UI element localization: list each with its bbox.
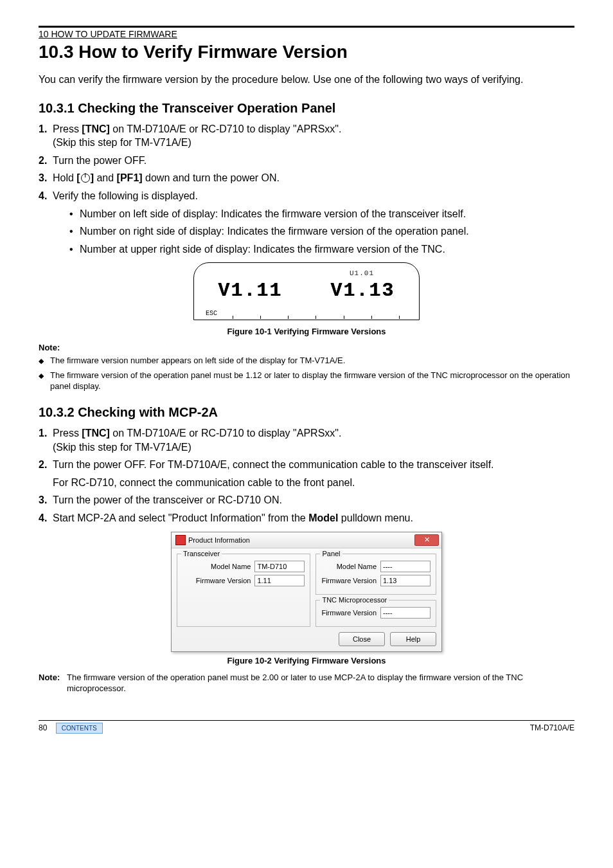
- dialog-app-icon: [175, 535, 186, 545]
- dialog-help-btn[interactable]: Help: [390, 632, 436, 646]
- step-1-text-d: (Skip this step for TM-V71A/E): [53, 137, 191, 148]
- tx-model-label: Model Name: [211, 563, 251, 570]
- s2-step-3: Turn the power of the transceiver or RC-…: [39, 493, 574, 507]
- step-4-text: Verify the following is displayed.: [53, 190, 198, 201]
- dialog-close-btn[interactable]: Close: [339, 632, 385, 646]
- lcd-figure: U1.01 V1.11 V1.13 ESC: [193, 262, 420, 320]
- panel-model-label: Model Name: [337, 563, 377, 570]
- main-heading: 10.3 How to Verify Firmware Version: [39, 42, 574, 62]
- subheading-10-3-1: 10.3.1 Checking the Transceiver Operatio…: [39, 101, 574, 116]
- lcd-ticks: [233, 316, 400, 320]
- step-1-tnc-key: [TNC]: [82, 123, 110, 134]
- intro-paragraph: You can verify the firmware version by t…: [39, 73, 574, 87]
- note-text-2: The firmware version of the operation pa…: [67, 672, 574, 694]
- panel-fieldset: Panel Model Name ---- Firmware Version 1…: [315, 554, 436, 595]
- power-icon: [81, 174, 90, 183]
- s2-step-2: Turn the power OFF. For TM-D710A/E, conn…: [39, 458, 574, 489]
- figure-10-2-caption: Figure 10-2 Verifying Firmware Versions: [39, 656, 574, 665]
- note-label-2: Note:: [39, 672, 67, 694]
- s2-step-1-c: on TM-D710A/E or RC-D710 to display "APR…: [110, 428, 342, 439]
- s2-step-4-model: Model: [308, 512, 338, 523]
- note-line-2: Note: The firmware version of the operat…: [39, 672, 574, 694]
- s2-step-2-a: Turn the power OFF. For TM-D710A/E, conn…: [53, 459, 494, 470]
- panel-fw-value: 1.13: [380, 575, 431, 586]
- step-3-text-a: Hold: [53, 172, 76, 183]
- s2-step-4-a: Start MCP-2A and select "Product Informa…: [53, 512, 308, 523]
- lcd-left-version: V1.11: [218, 280, 282, 302]
- step-1-text-a: Press: [53, 123, 82, 134]
- tnc-fieldset: TNC Microprocessor Firmware Version ----: [315, 600, 436, 627]
- page-footer: 80 CONTENTS TM-D710A/E: [39, 720, 574, 732]
- tx-model-value: TM-D710: [254, 561, 305, 572]
- s2-step-1: Press [TNC] on TM-D710A/E or RC-D710 to …: [39, 426, 574, 454]
- bullet-right: Number on right side of display: Indicat…: [69, 224, 574, 239]
- footer-model: TM-D710A/E: [530, 723, 574, 732]
- tx-fw-label: Firmware Version: [196, 577, 251, 584]
- page-number: 80: [39, 723, 47, 732]
- lcd-esc-label: ESC: [206, 310, 217, 317]
- step-4-bullets: Number on left side of display: Indicate…: [69, 207, 574, 257]
- bullet-left: Number on left side of display: Indicate…: [69, 207, 574, 221]
- dialog-close-button[interactable]: ✕: [414, 534, 439, 546]
- note-1-item-1: The firmware version number appears on l…: [39, 355, 574, 366]
- figure-10-1-caption: Figure 10-1 Verifying Firmware Versions: [39, 327, 574, 336]
- panel-fw-label: Firmware Version: [321, 577, 377, 584]
- bullet-upper-right: Number at upper right side of display: I…: [69, 242, 574, 257]
- section-path: 10 HOW TO UPDATE FIRMWARE: [39, 29, 574, 39]
- step-3-pf1-key: [PF1]: [117, 172, 143, 183]
- step-3-text-f: down and turn the power ON.: [143, 172, 280, 183]
- note-1-item-2: The firmware version of the operation pa…: [39, 370, 574, 392]
- s2-step-4: Start MCP-2A and select "Product Informa…: [39, 511, 574, 525]
- lcd-top-version: U1.01: [350, 269, 374, 277]
- tnc-fw-label: Firmware Version: [321, 609, 377, 617]
- panel-legend: Panel: [320, 550, 342, 557]
- s2-step-4-c: pulldown menu.: [338, 512, 413, 523]
- tx-fw-value: 1.11: [254, 575, 305, 586]
- step-3-text-d: and: [94, 172, 117, 183]
- note-label-1: Note:: [39, 343, 574, 352]
- s2-step-1-tnc: [TNC]: [82, 428, 110, 439]
- dialog-titlebar: Product Information ✕: [172, 532, 441, 548]
- s2-step-2-b: For RC-D710, connect the communication c…: [53, 477, 355, 488]
- step-1-text-c: on TM-D710A/E or RC-D710 to display "APR…: [110, 123, 342, 134]
- product-info-dialog: Product Information ✕ Transceiver Model …: [171, 532, 442, 652]
- step-2: Turn the power OFF.: [39, 154, 574, 168]
- note-list-1: The firmware version number appears on l…: [39, 355, 574, 392]
- step-4: Verify the following is displayed. Numbe…: [39, 189, 574, 256]
- tnc-fw-value: ----: [380, 607, 431, 619]
- contents-button[interactable]: CONTENTS: [56, 723, 103, 734]
- subheading-10-3-2: 10.3.2 Checking with MCP-2A: [39, 405, 574, 420]
- steps-10-3-1: Press [TNC] on TM-D710A/E or RC-D710 to …: [39, 122, 574, 257]
- step-3-bracket-open: [: [76, 172, 80, 183]
- transceiver-legend: Transceiver: [181, 550, 222, 557]
- s2-step-1-d: (Skip this step for TM-V71A/E): [53, 442, 191, 453]
- lcd-right-version: V1.13: [330, 280, 395, 302]
- tnc-legend: TNC Microprocessor: [320, 596, 389, 604]
- s2-step-1-a: Press: [53, 428, 82, 439]
- panel-model-value: ----: [380, 561, 431, 572]
- steps-10-3-2: Press [TNC] on TM-D710A/E or RC-D710 to …: [39, 426, 574, 525]
- transceiver-fieldset: Transceiver Model Name TM-D710 Firmware …: [177, 554, 310, 627]
- dialog-title: Product Information: [188, 536, 250, 544]
- step-3: Hold [] and [PF1] down and turn the powe…: [39, 171, 574, 185]
- step-1: Press [TNC] on TM-D710A/E or RC-D710 to …: [39, 122, 574, 150]
